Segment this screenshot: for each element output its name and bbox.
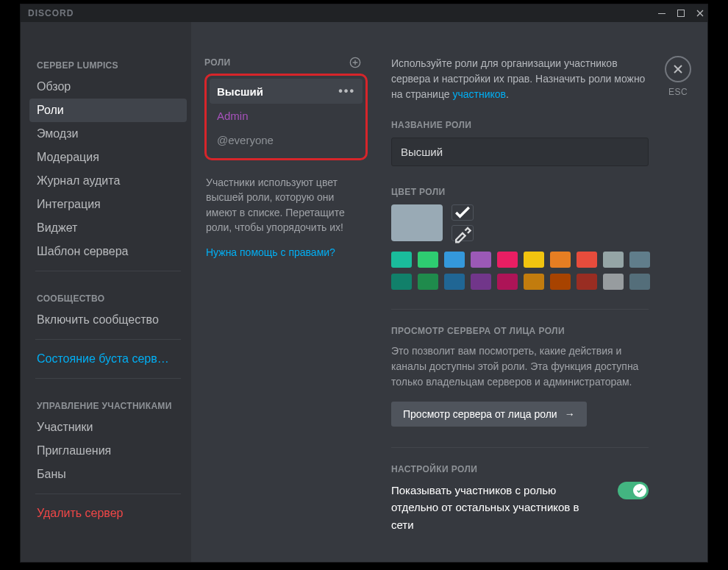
svg-rect-0	[658, 13, 665, 14]
close-icon[interactable]	[696, 9, 704, 18]
role-item-label: Высший	[217, 85, 263, 98]
role-item-everyone[interactable]: @everyone	[210, 128, 363, 152]
color-swatch[interactable]	[603, 274, 624, 290]
close-circle	[665, 56, 691, 82]
maximize-icon[interactable]	[677, 9, 685, 18]
x-icon	[672, 63, 684, 75]
color-swatch-grid	[391, 252, 649, 290]
color-swatch[interactable]	[391, 252, 412, 268]
color-swatch[interactable]	[577, 274, 597, 290]
sidebar-item-template[interactable]: Шаблон сервера	[29, 240, 187, 263]
default-color-swatch[interactable]	[391, 204, 443, 241]
app-brand: DISCORD	[28, 8, 74, 18]
role-settings-panel: Используйте роли для организации участни…	[374, 22, 707, 562]
role-more-icon[interactable]: •••	[338, 85, 355, 98]
view-as-role-label: Просмотр сервера от лица роли	[403, 408, 557, 420]
color-swatch[interactable]	[418, 274, 438, 290]
sidebar-item-integration[interactable]: Интеграция	[29, 193, 187, 216]
close-settings-button[interactable]: ESC	[665, 56, 691, 97]
sidebar-item-delete-server[interactable]: Удалить сервер	[29, 502, 187, 525]
sidebar-item-emoji[interactable]: Эмодзи	[29, 122, 187, 146]
role-color-label: ЦВЕТ РОЛИ	[391, 187, 649, 197]
role-item-admin[interactable]: Admin	[210, 104, 363, 128]
roles-header: РОЛИ	[204, 57, 231, 68]
color-swatch[interactable]	[629, 252, 650, 268]
titlebar: DISCORD	[21, 4, 707, 22]
app-window: DISCORD СЕРВЕР LUMPICS Обзор Роли Эмодзи…	[20, 4, 708, 563]
roles-help-link[interactable]: Нужна помощь с правами?	[206, 246, 374, 258]
color-swatch[interactable]	[550, 274, 571, 290]
sidebar-item-boost-status[interactable]: Состояние буста серв…	[29, 347, 187, 371]
section-divider	[391, 309, 649, 310]
roles-hint-text: Участники используют цвет высшей роли, к…	[206, 175, 362, 235]
sidebar-item-roles[interactable]: Роли	[29, 99, 187, 122]
color-swatch[interactable]	[444, 274, 465, 290]
color-swatch[interactable]	[444, 252, 465, 268]
settings-sidebar: СЕРВЕР LUMPICS Обзор Роли Эмодзи Модерац…	[21, 22, 191, 562]
sidebar-item-moderation[interactable]: Модерация	[29, 146, 187, 169]
eyedropper-button[interactable]	[452, 225, 474, 241]
color-swatch[interactable]	[603, 252, 624, 268]
display-separately-toggle[interactable]	[618, 482, 649, 499]
svg-rect-1	[678, 10, 685, 17]
color-swatch[interactable]	[550, 252, 571, 268]
color-swatch[interactable]	[471, 252, 491, 268]
preview-section-text: Это позволит вам посмотреть, какие дейст…	[391, 343, 649, 390]
eyedropper-icon	[452, 223, 473, 243]
toggle-knob	[633, 484, 646, 497]
sidebar-item-audit[interactable]: Журнал аудита	[29, 169, 187, 193]
role-name-input[interactable]	[391, 138, 649, 166]
custom-color-check[interactable]	[452, 204, 474, 221]
section-divider	[391, 447, 649, 448]
roles-highlight-box: Высший ••• Admin @everyone	[204, 74, 368, 160]
sidebar-separator	[35, 339, 181, 340]
color-swatch[interactable]	[629, 274, 650, 290]
color-swatch[interactable]	[391, 274, 412, 290]
preview-section-label: ПРОСМОТР СЕРВЕРА ОТ ЛИЦА РОЛИ	[391, 326, 649, 336]
add-role-icon[interactable]	[349, 56, 362, 69]
role-settings-label: НАСТРОЙКИ РОЛИ	[391, 464, 649, 474]
color-swatch[interactable]	[524, 274, 544, 290]
sidebar-separator	[35, 271, 181, 271]
members-page-link[interactable]: участников	[452, 88, 506, 100]
sidebar-item-widget[interactable]: Виджет	[29, 216, 187, 240]
sidebar-item-bans[interactable]: Баны	[29, 463, 187, 486]
view-as-role-button[interactable]: Просмотр сервера от лица роли →	[391, 402, 587, 427]
check-icon	[452, 202, 473, 223]
sidebar-item-members[interactable]: Участники	[29, 416, 187, 439]
display-separately-label: Показывать участников с ролью отдельно о…	[391, 482, 603, 533]
roles-list-column: РОЛИ Высший ••• Admin @everyone	[191, 22, 374, 562]
sidebar-separator	[35, 378, 181, 379]
esc-label: ESC	[668, 87, 688, 97]
color-swatch[interactable]	[524, 252, 544, 268]
window-controls	[657, 9, 704, 18]
role-item-label: Admin	[217, 110, 249, 122]
role-item-label: @everyone	[217, 134, 274, 146]
sidebar-item-enable-community[interactable]: Включить сообщество	[29, 308, 187, 332]
role-item-highest[interactable]: Высший •••	[210, 79, 363, 104]
color-swatch[interactable]	[497, 274, 518, 290]
sidebar-item-overview[interactable]: Обзор	[29, 75, 187, 99]
role-name-label: НАЗВАНИЕ РОЛИ	[391, 120, 649, 130]
check-icon	[636, 487, 643, 494]
color-swatch[interactable]	[577, 252, 597, 268]
color-swatch[interactable]	[418, 252, 438, 268]
sidebar-category-server: СЕРВЕР LUMPICS	[29, 56, 187, 75]
sidebar-separator	[35, 494, 181, 494]
color-swatch[interactable]	[471, 274, 491, 290]
arrow-right-icon: →	[565, 408, 575, 420]
minimize-icon[interactable]	[657, 9, 666, 18]
sidebar-category-members: УПРАВЛЕНИЕ УЧАСТНИКАМИ	[29, 396, 187, 416]
color-swatch[interactable]	[497, 252, 518, 268]
roles-description: Используйте роли для организации участни…	[391, 56, 649, 102]
sidebar-item-invites[interactable]: Приглашения	[29, 439, 187, 463]
sidebar-category-community: СООБЩЕСТВО	[29, 289, 187, 308]
